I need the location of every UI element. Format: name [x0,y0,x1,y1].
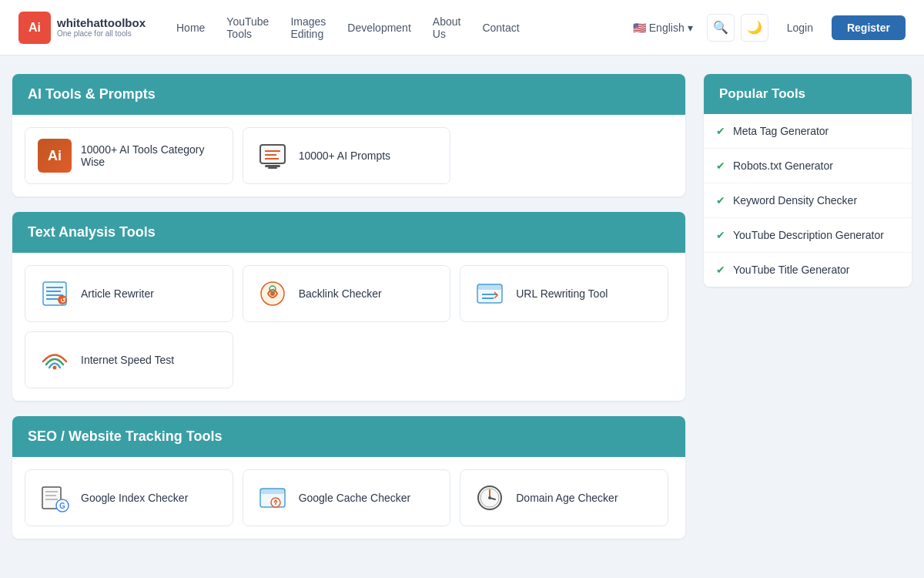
section-text-analysis-title: Text Analysis Tools [28,224,156,240]
logo-name: whitehattoolbox [57,17,146,30]
nav-development[interactable]: Development [338,15,420,40]
logo[interactable]: Ai whitehattoolbox One place for all too… [18,12,146,44]
logo-icon: Ai [18,12,51,44]
internet-speed-icon [38,343,72,377]
popular-item-meta-tag-label: Meta Tag Generator [733,125,829,137]
section-seo-tools-title: SEO / Website Tracking Tools [28,428,222,444]
popular-item-yt-description-label: YouTube Description Generator [733,229,884,241]
section-ai-tools-header: AI Tools & Prompts [12,74,685,115]
ai-prompts-icon [256,139,290,173]
tool-ai-prompts-label: 10000+ AI Prompts [299,150,390,162]
moon-icon: 🌙 [747,20,762,35]
svg-rect-29 [260,489,285,494]
tool-internet-speed-label: Internet Speed Test [81,354,174,366]
google-cache-icon [256,481,290,515]
popular-item-yt-title-label: YouTube Title Generator [733,264,850,276]
popular-item-yt-title[interactable]: ✔ YouTube Title Generator [704,253,912,287]
register-button[interactable]: Register [832,15,906,40]
section-seo-tools-body: G Google Index Checker [12,457,685,539]
tool-article-rewriter[interactable]: ↺ Article Rewriter [25,265,233,322]
svg-rect-2 [268,167,277,169]
search-button[interactable]: 🔍 [707,14,735,42]
tool-backlink-checker[interactable]: ✓ Backlink Checker [243,265,451,322]
section-text-analysis-header: Text Analysis Tools [12,212,685,253]
google-index-icon: G [38,481,72,515]
nav-home[interactable]: Home [167,15,214,40]
svg-rect-1 [265,165,280,167]
nav-actions: 🇺🇸 English ▾ 🔍 🌙 Login Register [625,14,906,42]
nav-contact[interactable]: Contact [473,15,528,40]
tool-google-cache[interactable]: Google Cache Checker [243,469,451,526]
backlink-checker-icon: ✓ [256,277,290,311]
tool-internet-speed[interactable]: Internet Speed Test [25,331,233,388]
check-icon: ✔ [716,229,725,241]
popular-tools-header: Popular Tools [704,74,912,114]
check-icon: ✔ [716,125,725,137]
tool-ai-tools-category[interactable]: Ai 10000+ AI Tools Category Wise [25,127,233,184]
url-rewriting-icon [473,277,507,311]
section-seo-tools-header: SEO / Website Tracking Tools [12,416,685,457]
page-container: AI Tools & Prompts Ai 10000+ AI Tools Ca… [0,55,924,557]
tool-url-rewriting-label: URL Rewriting Tool [516,287,608,300]
section-seo-tools: SEO / Website Tracking Tools G [12,416,685,539]
nav-links: Home YouTubeTools ImagesEditing Developm… [167,9,619,46]
tool-google-index[interactable]: G Google Index Checker [25,469,233,526]
tool-url-rewriting[interactable]: URL Rewriting Tool [460,265,668,322]
nav-images-editing[interactable]: ImagesEditing [281,9,335,46]
svg-text:↺: ↺ [60,297,66,304]
sidebar: Popular Tools ✔ Meta Tag Generator ✔ Rob… [704,74,912,539]
language-label: English [649,22,685,34]
svg-text:✓: ✓ [271,287,275,292]
language-selector[interactable]: 🇺🇸 English ▾ [625,17,701,39]
svg-rect-18 [477,284,502,290]
popular-item-yt-description[interactable]: ✔ YouTube Description Generator [704,218,912,253]
ai-tools-icon: Ai [38,139,72,173]
logo-sub: One place for all tools [57,29,146,38]
section-text-analysis-body: ↺ Article Rewriter ✓ [12,253,685,401]
main-content: AI Tools & Prompts Ai 10000+ AI Tools Ca… [12,74,685,539]
section-ai-tools-body: Ai 10000+ AI Tools Category Wise [12,115,685,197]
popular-tools-list: ✔ Meta Tag Generator ✔ Robots.txt Genera… [704,114,912,287]
popular-item-keyword-density[interactable]: ✔ Keyword Density Checker [704,183,912,218]
svg-text:G: G [59,502,65,510]
section-text-analysis: Text Analysis Tools ↺ [12,212,685,401]
search-icon: 🔍 [713,20,728,35]
check-icon: ✔ [716,194,725,207]
flag-icon: 🇺🇸 [633,22,646,34]
tool-article-rewriter-label: Article Rewriter [81,287,154,300]
dark-mode-button[interactable]: 🌙 [741,14,768,42]
tool-backlink-checker-label: Backlink Checker [299,287,382,300]
popular-tools-card: Popular Tools ✔ Meta Tag Generator ✔ Rob… [704,74,912,287]
svg-point-36 [488,496,491,499]
check-icon: ✔ [716,264,725,276]
main-nav: Ai whitehattoolbox One place for all too… [0,0,924,55]
popular-item-meta-tag[interactable]: ✔ Meta Tag Generator [704,114,912,149]
chevron-down-icon: ▾ [688,22,693,34]
check-icon: ✔ [716,160,725,172]
popular-item-robots-txt[interactable]: ✔ Robots.txt Generator [704,149,912,183]
tool-google-index-label: Google Index Checker [81,492,188,504]
popular-tools-title: Popular Tools [719,86,805,101]
tool-ai-prompts[interactable]: 10000+ AI Prompts [243,127,451,184]
svg-point-21 [53,366,57,370]
tool-google-cache-label: Google Cache Checker [299,492,411,504]
tool-domain-age[interactable]: Domain Age Checker [460,469,668,526]
section-ai-tools: AI Tools & Prompts Ai 10000+ AI Tools Ca… [12,74,685,197]
domain-age-icon [473,481,507,515]
login-button[interactable]: Login [775,15,825,40]
tool-domain-age-label: Domain Age Checker [516,492,618,504]
popular-item-keyword-density-label: Keyword Density Checker [733,194,857,207]
nav-about-us[interactable]: AboutUs [424,9,470,46]
popular-item-robots-txt-label: Robots.txt Generator [733,160,833,172]
article-rewriter-icon: ↺ [38,277,72,311]
section-ai-tools-title: AI Tools & Prompts [28,86,156,102]
tool-ai-tools-category-label: 10000+ AI Tools Category Wise [81,143,220,168]
nav-youtube-tools[interactable]: YouTubeTools [217,9,278,46]
